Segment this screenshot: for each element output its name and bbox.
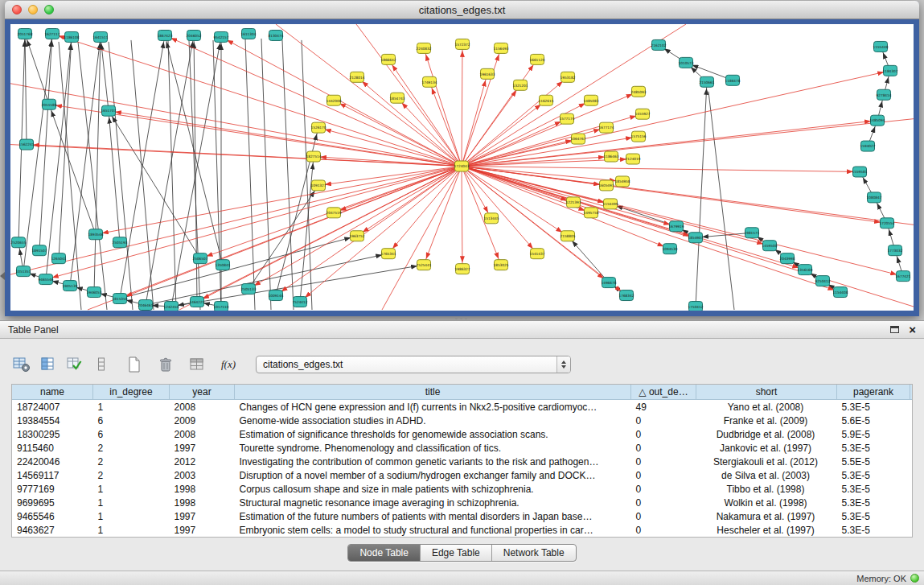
function-builder-button[interactable]: f(x)	[218, 355, 239, 374]
graph-node[interactable]: 2124019	[625, 154, 640, 164]
graph-node[interactable]: 9278414	[876, 89, 891, 100]
column-header-name[interactable]: name	[12, 385, 93, 400]
graph-node[interactable]: 1905139	[62, 281, 77, 291]
graph-node[interactable]: 1946053	[86, 287, 101, 298]
graph-node[interactable]: 2046461	[138, 300, 153, 311]
graph-node[interactable]: 2051768	[17, 28, 32, 39]
graph-node[interactable]: 2051588	[41, 99, 56, 109]
close-panel-icon[interactable]: ×	[909, 325, 916, 334]
table-row[interactable]: 946554611997Estimation of the future num…	[12, 509, 912, 523]
column-header-short[interactable]: short	[696, 385, 837, 400]
table-row[interactable]: 969969511998Structural magnetic resonanc…	[12, 496, 912, 509]
graph-node[interactable]: 1773032	[887, 245, 902, 256]
graph-node[interactable]: 1854743	[389, 93, 405, 103]
table-row[interactable]: 911546021997Tourette syndrome. Phenomeno…	[12, 441, 912, 455]
graph-node[interactable]: 1221397	[565, 197, 581, 208]
graph-node[interactable]: 1963752	[349, 231, 364, 241]
graph-node[interactable]: 9250412	[815, 276, 830, 286]
row-tools-button[interactable]	[91, 355, 112, 374]
graph-node[interactable]: 1827514	[306, 151, 321, 162]
graph-node[interactable]: 1854958	[614, 176, 630, 187]
graph-node[interactable]: 1853025	[493, 260, 508, 270]
column-header-title[interactable]: title	[235, 385, 631, 400]
graph-node[interactable]: 1541437	[529, 249, 544, 259]
graph-node[interactable]: 1961633	[479, 68, 495, 79]
graph-node[interactable]: 2520655	[10, 237, 26, 248]
graph-node[interactable]: 1605497	[598, 180, 614, 191]
graph-node[interactable]: 1496678	[601, 278, 616, 288]
graph-node[interactable]: 1356169	[797, 265, 812, 275]
graph-node[interactable]: 1677174	[598, 122, 614, 133]
graph-node[interactable]: 1080847	[866, 192, 881, 203]
table-row[interactable]: 1456911722003Disruption of a novel membe…	[12, 468, 912, 482]
graph-node[interactable]: 2162102	[651, 39, 666, 50]
close-window-button[interactable]	[12, 5, 22, 14]
graph-node[interactable]: 2240832	[416, 43, 431, 53]
graph-node[interactable]: 1495758	[583, 208, 598, 218]
graph-node[interactable]: 1765341	[380, 249, 396, 259]
graph-node[interactable]: 1526170	[310, 122, 326, 133]
graph-node[interactable]: 1321201	[512, 80, 528, 90]
import-table-button[interactable]	[187, 355, 207, 374]
graph-node[interactable]: 1459500	[762, 241, 777, 251]
new-table-button[interactable]	[124, 355, 145, 374]
graph-node[interactable]: 1750412	[688, 302, 703, 311]
graph-node[interactable]: 1891507	[31, 245, 47, 256]
graph-node[interactable]: 1627117	[44, 28, 60, 39]
tab-node-table[interactable]: Node Table	[348, 545, 420, 561]
graph-node[interactable]: 2506507	[192, 253, 207, 264]
graph-node[interactable]: 1815350	[112, 294, 127, 304]
graph-node[interactable]: 1611304	[240, 28, 256, 39]
column-header-in-degree[interactable]: in_degree	[93, 385, 170, 400]
graph-node[interactable]: 2150661	[699, 76, 714, 87]
panel-divider-grip[interactable]	[455, 317, 467, 319]
graph-node[interactable]: 1186108	[64, 31, 79, 42]
graph-node[interactable]: 1867423	[157, 30, 172, 40]
graph-node[interactable]: 1854907	[688, 233, 703, 243]
graph-node[interactable]: 1242450	[163, 302, 179, 311]
table-settings-button[interactable]	[11, 355, 32, 374]
graph-node[interactable]: 1009144	[268, 290, 283, 301]
graph-node[interactable]: 1186463	[603, 151, 618, 162]
graph-node[interactable]: 2505193	[112, 237, 127, 248]
graph-node[interactable]: 1155448	[873, 41, 888, 51]
graph-node[interactable]: 1720554	[879, 218, 894, 229]
graph-node[interactable]: 1091327	[310, 180, 326, 191]
graph-node[interactable]: 1677421	[895, 271, 910, 282]
graph-node[interactable]: 2128014	[349, 72, 364, 82]
graph-node[interactable]: 1010573	[678, 57, 693, 68]
network-window-titlebar[interactable]: citations_edges.txt	[5, 1, 919, 19]
graph-node[interactable]: 1577174	[559, 113, 574, 124]
column-header-year[interactable]: year	[170, 385, 235, 400]
table-row[interactable]: 1872400712008Changes of HCN gene express…	[12, 400, 912, 414]
graph-node[interactable]: 1594027	[860, 141, 875, 151]
graph-node[interactable]: 1442008	[326, 95, 341, 105]
network-canvas[interactable]: 1724043118646316054971495758215880515414…	[10, 24, 914, 311]
zoom-window-button[interactable]	[44, 5, 54, 14]
graph-node[interactable]: 1064767	[570, 134, 585, 144]
table-row[interactable]: 946362711997Embryonic stem cells: a mode…	[12, 523, 912, 537]
show-columns-button[interactable]	[38, 355, 59, 374]
table-row[interactable]: 977716911998Corpus callosum shape and si…	[12, 482, 912, 496]
graph-node[interactable]: 1572372	[454, 39, 470, 49]
graph-node[interactable]: 7524412	[292, 297, 307, 307]
graph-node[interactable]: 7525441	[416, 260, 431, 270]
graph-node[interactable]: 1953182	[560, 72, 575, 82]
collapse-panel-arrow-icon[interactable]	[0, 272, 5, 280]
float-panel-icon[interactable]	[890, 326, 899, 333]
graph-node[interactable]: 2047519	[326, 208, 341, 218]
graph-node[interactable]: 1641511	[92, 31, 108, 42]
graph-node[interactable]: 9465546	[38, 274, 53, 285]
graph-node[interactable]: 1485083	[583, 95, 598, 105]
graph-node[interactable]: 1464221	[189, 297, 204, 307]
graph-node[interactable]: 1156493	[493, 43, 508, 53]
graph-node[interactable]: 1559581	[852, 167, 867, 177]
delete-table-button[interactable]	[155, 355, 176, 374]
graph-node[interactable]: 1094530	[662, 244, 677, 254]
minimize-window-button[interactable]	[28, 5, 38, 14]
graph-node[interactable]: 1154408	[832, 287, 848, 298]
graph-node[interactable]: 2158805	[560, 231, 575, 241]
graph-node[interactable]: 2046052	[186, 30, 201, 40]
graph-node[interactable]: 1350841	[215, 260, 230, 270]
edit-table-button[interactable]	[64, 355, 85, 374]
